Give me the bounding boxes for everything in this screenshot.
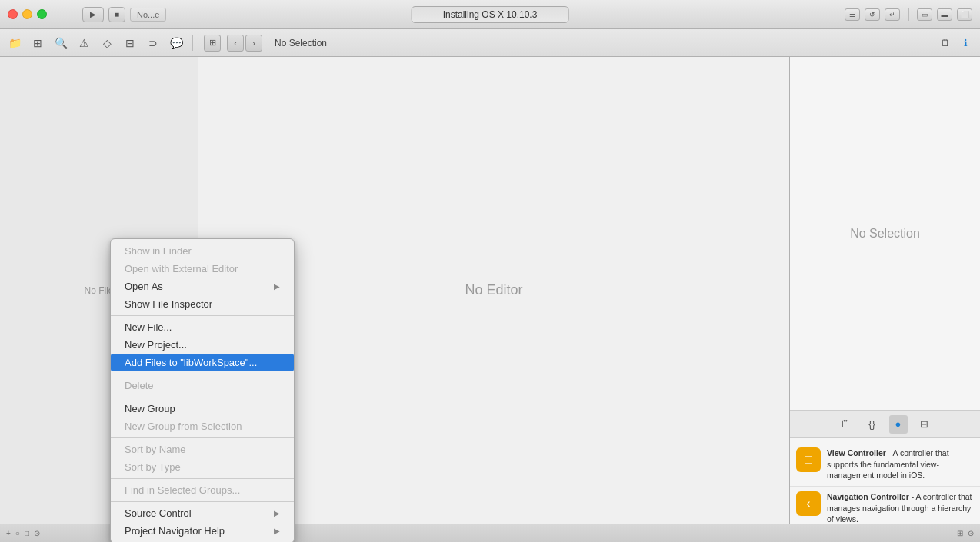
editor-empty-label: No Editor bbox=[465, 282, 522, 298]
list-item: ‹ Navigation Controller - A controller t… bbox=[790, 487, 980, 524]
context-menu: Show in Finder Open with External Editor… bbox=[110, 238, 295, 542]
menu-project-help[interactable]: Project Navigator Help ▶ bbox=[111, 522, 294, 540]
menu-source-control[interactable]: Source Control ▶ bbox=[111, 504, 294, 522]
menu-new-project[interactable]: New Project... bbox=[111, 336, 294, 354]
title-controls: ☰ ↺ ↵ ▭ ▬ ⬜ bbox=[845, 8, 972, 21]
menu-add-files[interactable]: Add Files to "libWorkSpace"... bbox=[111, 354, 294, 371]
menu-sep-4 bbox=[111, 437, 294, 438]
status-box-icon[interactable]: □ bbox=[25, 529, 29, 537]
nc-description: Navigation Controller - A controller tha… bbox=[827, 491, 974, 524]
menu-sep-1 bbox=[111, 315, 294, 316]
bookmark-icon[interactable]: ◇ bbox=[98, 35, 115, 52]
inspector-info-icon[interactable]: ℹ bbox=[957, 35, 974, 52]
toolbar-separator bbox=[192, 35, 193, 51]
source-control-arrow: ▶ bbox=[274, 509, 280, 517]
tab-file-icon[interactable]: 🗒 bbox=[837, 415, 855, 434]
tab-grid-icon[interactable]: ⊟ bbox=[915, 415, 934, 434]
panel-item-list: □ View Controller - A controller that su… bbox=[790, 438, 980, 524]
tab-circle-icon[interactable]: ● bbox=[889, 415, 908, 434]
open-as-arrow: ▶ bbox=[274, 282, 280, 291]
editor-icon[interactable]: ⊞ bbox=[204, 35, 221, 52]
toolbar: 📁 ⊞ 🔍 ⚠ ◇ ⊟ ⊃ 💬 ⊞ ‹ › No Selection 🗒 ℹ bbox=[0, 29, 980, 57]
grid-icon[interactable]: ⊞ bbox=[29, 35, 46, 52]
layout-refresh-button[interactable]: ↺ bbox=[865, 8, 880, 21]
menu-sep-5 bbox=[111, 478, 294, 479]
folder-icon[interactable]: 📁 bbox=[6, 35, 23, 52]
menu-sep-6 bbox=[111, 501, 294, 502]
right-panel-tabs: 🗒 {} ● ⊟ bbox=[790, 411, 980, 438]
menu-sort-type[interactable]: Sort by Type bbox=[111, 458, 294, 476]
chat-icon[interactable]: 💬 bbox=[168, 35, 185, 52]
nav-buttons: ‹ › bbox=[227, 35, 262, 52]
play-button[interactable]: ▶ bbox=[82, 7, 104, 22]
nav-forward-button[interactable]: › bbox=[245, 35, 262, 52]
menu-open-external[interactable]: Open with External Editor bbox=[111, 260, 294, 278]
list-item: □ View Controller - A controller that su… bbox=[790, 443, 980, 487]
status-right: ⊞ ⊙ bbox=[957, 529, 974, 537]
view-double-button[interactable]: ▬ bbox=[937, 8, 952, 21]
vc-description: View Controller - A controller that supp… bbox=[827, 447, 974, 481]
menu-sort-name[interactable]: Sort by Name bbox=[111, 441, 294, 458]
menu-new-group[interactable]: New Group bbox=[111, 400, 294, 417]
warning-icon[interactable]: ⚠ bbox=[75, 35, 92, 52]
close-button[interactable] bbox=[8, 9, 18, 19]
menu-new-group-sel[interactable]: New Group from Selection bbox=[111, 417, 294, 435]
layout-return-button[interactable]: ↵ bbox=[885, 8, 900, 21]
view-triple-button[interactable]: ⬜ bbox=[957, 8, 972, 21]
status-sync-icon[interactable]: ⊙ bbox=[968, 529, 974, 537]
status-info-icon[interactable]: ⊙ bbox=[34, 529, 40, 537]
table-icon[interactable]: ⊟ bbox=[122, 35, 138, 52]
status-grid-icon[interactable]: ⊞ bbox=[957, 529, 963, 537]
title-text: Installing OS X 10.10.3 bbox=[412, 6, 569, 23]
inspector-file-icon[interactable]: 🗒 bbox=[937, 35, 954, 52]
right-panel-no-selection: No Selection bbox=[790, 57, 980, 411]
add-icon[interactable]: + bbox=[6, 529, 11, 537]
menu-show-inspector[interactable]: Show File Inspector bbox=[111, 295, 294, 313]
maximize-button[interactable] bbox=[37, 9, 47, 19]
menu-sep-2 bbox=[111, 374, 294, 374]
project-help-arrow: ▶ bbox=[274, 527, 280, 535]
view-single-button[interactable]: ▭ bbox=[917, 8, 932, 21]
breadcrumb: No Selection bbox=[268, 38, 931, 48]
scheme-label[interactable]: No...e bbox=[130, 8, 166, 22]
minimize-button[interactable] bbox=[22, 9, 32, 19]
nav-back-button[interactable]: ‹ bbox=[227, 35, 244, 52]
tab-code-icon[interactable]: {} bbox=[863, 415, 882, 434]
menu-delete[interactable]: Delete bbox=[111, 377, 294, 394]
link-icon[interactable]: ⊃ bbox=[145, 35, 162, 52]
title-center: Installing OS X 10.10.3 bbox=[412, 6, 569, 23]
right-panel: No Selection 🗒 {} ● ⊟ □ View Controller … bbox=[789, 57, 980, 524]
nc-icon: ‹ bbox=[796, 491, 821, 516]
vc-icon: □ bbox=[796, 447, 821, 472]
menu-open-as[interactable]: Open As ▶ bbox=[111, 278, 294, 295]
menu-sep-3 bbox=[111, 397, 294, 397]
title-bar: ▶ ■ No...e Installing OS X 10.10.3 ☰ ↺ ↵… bbox=[0, 0, 980, 29]
menu-new-file[interactable]: New File... bbox=[111, 318, 294, 336]
menu-show-finder[interactable]: Show in Finder bbox=[111, 242, 294, 260]
menu-find-groups[interactable]: Find in Selected Groups... bbox=[111, 481, 294, 499]
stop-button[interactable]: ■ bbox=[108, 7, 125, 22]
search-icon[interactable]: 🔍 bbox=[52, 35, 69, 52]
layout-list-button[interactable]: ☰ bbox=[845, 8, 860, 21]
status-circle-icon[interactable]: ○ bbox=[15, 529, 20, 537]
status-left: + ○ □ ⊙ bbox=[6, 529, 40, 537]
traffic-lights bbox=[0, 9, 47, 19]
